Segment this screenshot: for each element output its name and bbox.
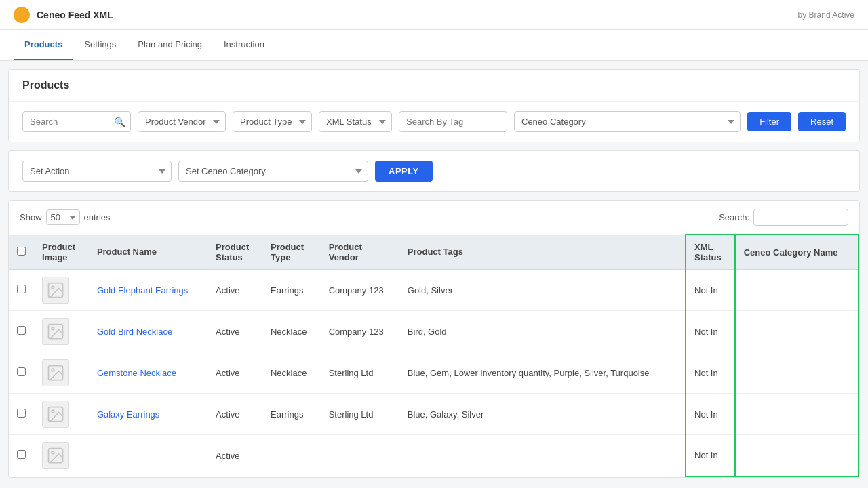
col-product-tags: Product Tags — [399, 235, 686, 270]
search-by-tag-input[interactable] — [399, 111, 507, 132]
entries-per-page-select[interactable]: 50 25 100 — [46, 209, 80, 225]
table-row: Active Not In — [9, 435, 859, 476]
product-name-cell: Gemstone Necklace — [89, 352, 208, 394]
product-vendor-cell: Company 123 — [321, 311, 399, 352]
product-status-cell: Active — [208, 435, 262, 476]
product-image-cell — [34, 311, 89, 352]
col-ceneo-category: Ceneo Category Name — [735, 235, 859, 270]
products-table: ProductImage Product Name ProductStatus … — [9, 234, 859, 477]
xml-status-cell: Not In — [686, 270, 735, 311]
product-status-cell: Active — [208, 352, 262, 394]
row-checkbox[interactable] — [17, 450, 26, 459]
product-type-cell: Earrings — [262, 270, 321, 311]
row-checkbox-cell — [9, 394, 34, 435]
row-checkbox[interactable] — [17, 367, 26, 376]
product-vendor-cell: Company 123 — [321, 270, 399, 311]
product-name-cell: Gold Bird Necklace — [89, 311, 208, 352]
show-label: Show — [20, 212, 42, 222]
product-thumbnail — [42, 401, 69, 428]
product-image-cell — [34, 270, 89, 311]
nav-tabs: Products Settings Plan and Pricing Instr… — [0, 30, 868, 61]
tab-plan-pricing[interactable]: Plan and Pricing — [127, 30, 213, 60]
reset-button[interactable]: Reset — [798, 112, 846, 131]
ceneo-category-cell — [735, 394, 859, 435]
product-name-cell — [89, 435, 208, 476]
xml-status-cell: Not In — [686, 311, 735, 352]
product-type-cell: Earrings — [262, 394, 321, 435]
app-icon — [14, 7, 30, 23]
search-label: Search: — [719, 212, 749, 222]
select-all-checkbox[interactable] — [17, 247, 26, 256]
row-checkbox-cell — [9, 311, 34, 352]
xml-status-select[interactable]: XML Status — [319, 111, 392, 132]
product-status-cell: Active — [208, 270, 262, 311]
search-icon: 🔍 — [114, 117, 125, 127]
xml-status-cell: Not In — [686, 435, 735, 476]
row-checkbox-cell — [9, 270, 34, 311]
svg-point-1 — [52, 286, 54, 289]
col-product-name: Product Name — [89, 235, 208, 270]
product-tags-cell: Gold, Silver — [399, 270, 686, 311]
ceneo-category-cell — [735, 270, 859, 311]
product-type-cell — [262, 435, 321, 476]
filter-row: 🔍 Product Vendor Product Type XML Status — [22, 111, 846, 132]
product-name-cell: Galaxy Earrings — [89, 394, 208, 435]
app-branding: Ceneo Feed XML — [14, 7, 113, 23]
row-checkbox[interactable] — [17, 326, 26, 335]
set-ceneo-category-select[interactable]: Set Ceneo Category — [178, 161, 368, 182]
row-checkbox-cell — [9, 352, 34, 394]
product-name-link[interactable]: Gold Bird Necklace — [97, 327, 172, 337]
table-row: Galaxy Earrings Active Earrings Sterling… — [9, 394, 859, 435]
product-image-cell — [34, 435, 89, 476]
product-vendor-wrap: Product Vendor — [138, 111, 226, 132]
product-thumbnail — [42, 442, 69, 469]
product-vendor-cell: Sterling Ltd — [321, 394, 399, 435]
product-status-cell: Active — [208, 394, 262, 435]
filter-button[interactable]: Filter — [747, 112, 791, 131]
product-image-cell — [34, 352, 89, 394]
select-all-header — [9, 235, 34, 270]
tab-settings[interactable]: Settings — [73, 30, 127, 60]
tab-products[interactable]: Products — [14, 30, 73, 60]
xml-status-cell: Not In — [686, 394, 735, 435]
product-thumbnail — [42, 359, 69, 386]
product-vendor-cell — [321, 435, 399, 476]
product-type-select[interactable]: Product Type — [233, 111, 312, 132]
tab-instruction[interactable]: Instruction — [213, 30, 275, 60]
product-type-cell: Necklace — [262, 311, 321, 352]
product-vendor-select[interactable]: Product Vendor — [138, 111, 226, 132]
ceneo-category-cell — [735, 435, 859, 476]
table-search-input[interactable] — [753, 209, 848, 226]
product-image-cell — [34, 394, 89, 435]
apply-button[interactable]: APPLY — [375, 161, 433, 182]
ceneo-category-select[interactable]: Ceneo Category — [514, 111, 741, 132]
xml-status-wrap: XML Status — [319, 111, 392, 132]
product-vendor-cell: Sterling Ltd — [321, 352, 399, 394]
svg-point-3 — [52, 327, 54, 330]
table-section: Show 50 25 100 entries Search: Pro — [8, 200, 860, 478]
filters-section: 🔍 Product Vendor Product Type XML Status — [9, 102, 859, 142]
product-name-link[interactable]: Gemstone Necklace — [97, 368, 176, 378]
product-name-cell: Gold Elephant Earrings — [89, 270, 208, 311]
ceneo-category-cell — [735, 352, 859, 394]
product-type-wrap: Product Type — [233, 111, 312, 132]
col-xml-status: XMLStatus — [686, 235, 735, 270]
product-name-link[interactable]: Galaxy Earrings — [97, 409, 159, 420]
row-checkbox[interactable] — [17, 409, 26, 418]
action-row: Set Action Set Ceneo Category APPLY — [8, 150, 860, 192]
table-header-row: ProductImage Product Name ProductStatus … — [9, 235, 859, 270]
table-row: Gold Bird Necklace Active Necklace Compa… — [9, 311, 859, 352]
product-thumbnail — [42, 277, 69, 304]
ceneo-category-wrap: Ceneo Category — [514, 111, 741, 132]
table-row: Gemstone Necklace Active Necklace Sterli… — [9, 352, 859, 394]
svg-point-5 — [52, 369, 54, 371]
product-name-link[interactable]: Gold Elephant Earrings — [97, 285, 188, 296]
app-title: Ceneo Feed XML — [37, 9, 113, 20]
col-product-status: ProductStatus — [208, 235, 262, 270]
product-status-cell: Active — [208, 311, 262, 352]
products-card: Products 🔍 Product Vendor Product Type — [8, 69, 860, 142]
product-thumbnail — [42, 318, 69, 345]
row-checkbox[interactable] — [17, 285, 26, 293]
set-action-select[interactable]: Set Action — [22, 161, 172, 182]
product-tags-cell: Bird, Gold — [399, 311, 686, 352]
